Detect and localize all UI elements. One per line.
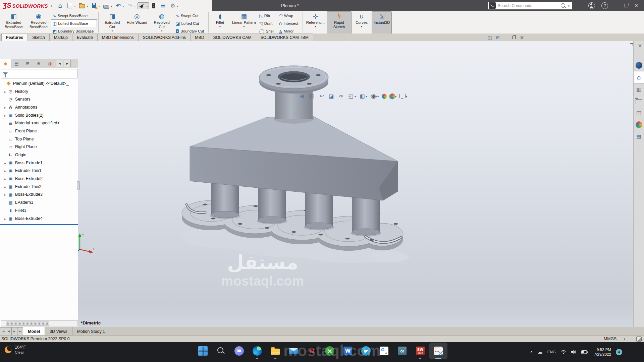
panel-splitter-handle[interactable]: [77, 181, 80, 190]
start-taskbar-button[interactable]: [194, 343, 212, 359]
dropdown-caret[interactable]: [122, 3, 124, 8]
view-settings-button[interactable]: [398, 92, 408, 101]
arduino-taskbar-button[interactable]: [393, 343, 411, 359]
task-pane-appearances[interactable]: [634, 119, 644, 130]
telegram-taskbar-button[interactable]: [357, 343, 375, 359]
doc-restore-button[interactable]: [628, 43, 633, 48]
tray-chevron-icon[interactable]: [530, 350, 533, 354]
panel-tab-configurationmanager[interactable]: [22, 59, 33, 68]
lofted-boss-button[interactable]: Lofted Boss/Base: [51, 19, 97, 27]
swept-cut-button[interactable]: Swept Cut: [174, 12, 207, 19]
tree-expander[interactable]: [3, 216, 8, 221]
curves-button[interactable]: Curves: [352, 11, 372, 34]
tree-expander[interactable]: [3, 113, 8, 118]
home-button[interactable]: [55, 1, 64, 10]
search-icon[interactable]: [561, 3, 565, 8]
onedrive-icon[interactable]: [538, 349, 543, 355]
tree-item-lpattern1[interactable]: LPattern1: [0, 198, 77, 206]
tree-expander[interactable]: [3, 105, 8, 110]
tree-item-fillet1[interactable]: Fillet1: [0, 206, 77, 215]
xbox-taskbar-button[interactable]: [321, 343, 339, 359]
panel-tab-featuremanager[interactable]: [0, 59, 11, 68]
options-button[interactable]: [168, 1, 179, 10]
chat-taskbar-button[interactable]: [230, 343, 248, 359]
tree-item-boss-extrude3[interactable]: Boss-Extrude3: [0, 191, 77, 199]
dropdown-caret[interactable]: [86, 3, 88, 8]
task-pane-file-explorer[interactable]: [634, 95, 644, 107]
section-view-button[interactable]: [327, 92, 336, 101]
tab-mbd[interactable]: MBD: [190, 34, 209, 41]
tab-features[interactable]: Features: [1, 34, 28, 41]
panel-tab-dimxpertmanager[interactable]: [33, 59, 44, 68]
tab-evaluate[interactable]: Evaluate: [72, 34, 98, 41]
dropdown-caret[interactable]: [366, 94, 367, 99]
revolved-cut-button[interactable]: Revolved Cut: [149, 11, 174, 34]
notification-badge[interactable]: 4: [616, 349, 622, 355]
zoom-to-area-button[interactable]: [308, 92, 316, 101]
doc-tab-motion-study-1[interactable]: Motion Study 1: [72, 327, 110, 336]
previous-view-button[interactable]: [317, 92, 326, 101]
open-button[interactable]: [77, 2, 89, 9]
dynamic-annotation-views-button[interactable]: [337, 92, 345, 101]
linear-pattern-button[interactable]: Linear Pattern: [230, 11, 258, 34]
tree-item-extrude-thin2[interactable]: Extrude-Thin2: [0, 183, 77, 191]
weather-widget[interactable]: 104°F Clear: [5, 345, 26, 355]
tree-item-boss-extrude4[interactable]: Boss-Extrude4: [0, 215, 77, 223]
explorer-taskbar-button[interactable]: [266, 343, 284, 359]
extruded-cut-button[interactable]: Extruded Cut: [100, 11, 125, 34]
tree-expander[interactable]: [3, 192, 8, 197]
edge-taskbar-button[interactable]: [248, 343, 266, 359]
tab-scroll-first-button[interactable]: [0, 327, 6, 336]
new-document-button[interactable]: [65, 2, 76, 9]
tree-expander[interactable]: [3, 161, 8, 165]
dropdown-caret[interactable]: [112, 29, 113, 33]
rib-button[interactable]: Rib: [258, 12, 277, 19]
tree-root[interactable]: Plenum (Default) <<Default>_: [0, 79, 77, 87]
task-pane-design-library[interactable]: [634, 83, 644, 95]
reference-geometry-button[interactable]: Referenc...: [304, 11, 327, 34]
print-button[interactable]: [101, 2, 113, 10]
tree-expander[interactable]: [3, 168, 8, 173]
units-indicator[interactable]: MMGS: [604, 336, 616, 342]
tree-item-annotations[interactable]: Annotations: [0, 103, 77, 111]
tree-expander[interactable]: [3, 184, 8, 189]
task-pane-custom-properties[interactable]: [634, 130, 644, 142]
tree-item-history[interactable]: History: [0, 87, 77, 96]
tab-sketch[interactable]: Sketch: [28, 34, 50, 41]
word-taskbar-button[interactable]: [339, 343, 357, 359]
edit-appearance-button[interactable]: [381, 92, 388, 101]
fillet-button[interactable]: Fillet: [210, 11, 230, 34]
tab-solidworks-add-ins[interactable]: SOLIDWORKS Add-Ins: [138, 34, 191, 41]
tab-scroll-next-button[interactable]: [11, 327, 17, 336]
dropdown-caret[interactable]: [395, 94, 396, 99]
dropdown-caret[interactable]: [243, 25, 245, 28]
doc-close-button[interactable]: [519, 35, 525, 40]
hole-wizard-button[interactable]: Hole Wizard: [125, 11, 150, 34]
tab-scroll-prev-button[interactable]: [6, 327, 12, 336]
doc-close-button[interactable]: [637, 43, 643, 48]
display-style-button[interactable]: [358, 92, 368, 101]
win-restore-button[interactable]: [625, 4, 628, 7]
tree-item-boss-extrude1[interactable]: Boss-Extrude1: [0, 159, 77, 167]
save-button[interactable]: [90, 2, 101, 9]
win-close-button[interactable]: [635, 3, 638, 8]
selection-filter-button[interactable]: [150, 2, 158, 9]
panel-tab-scroll-left[interactable]: ◀: [56, 60, 63, 67]
panel-tab-scroll-right[interactable]: ▶: [64, 60, 71, 67]
tree-item-right-plane[interactable]: Right Plane: [0, 143, 77, 151]
tree-item-front-plane[interactable]: Front Plane: [0, 127, 77, 135]
graphics-viewport[interactable]: Y X *Dimetric مستقل mostaql.com: [0, 41, 644, 327]
viewport-pane-right-button[interactable]: [495, 35, 500, 40]
file-properties-button[interactable]: [159, 1, 168, 10]
tree-expander[interactable]: [3, 176, 8, 181]
dropdown-caret[interactable]: [315, 25, 316, 28]
dropdown-caret[interactable]: [146, 3, 148, 8]
tree-item-top-plane[interactable]: Top Plane: [0, 135, 77, 143]
panel-tab-propertymanager[interactable]: [11, 59, 22, 68]
plenum-3d-model[interactable]: [178, 60, 413, 265]
tree-filter-box[interactable]: [1, 69, 77, 78]
rapid-sketch-button[interactable]: Rapid Sketch: [327, 11, 352, 34]
lofted-cut-button[interactable]: Lofted Cut: [174, 19, 207, 27]
search-input[interactable]: [496, 3, 561, 8]
tab-markup[interactable]: Markup: [49, 34, 72, 41]
